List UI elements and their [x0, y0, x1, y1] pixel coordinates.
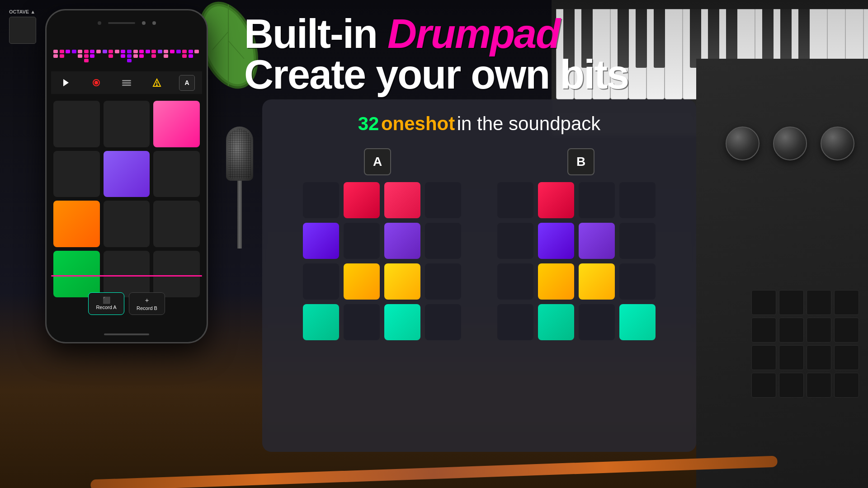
pad-b-7[interactable]	[579, 223, 615, 259]
pad-a-15[interactable]	[384, 304, 420, 340]
pad-b-8[interactable]	[619, 223, 656, 259]
pad-a-2[interactable]	[344, 182, 380, 218]
phone-pad-orange[interactable]	[53, 201, 100, 247]
section-a-button[interactable]: A	[179, 75, 195, 91]
section-spacer	[470, 182, 488, 340]
subtitle-rest: in the soundpack	[457, 113, 601, 134]
pad-a-5[interactable]	[303, 223, 339, 259]
led-equalizer	[51, 33, 202, 65]
pad-a-4[interactable]	[425, 182, 461, 218]
pad-a-7[interactable]	[384, 223, 420, 259]
pad-a-9[interactable]	[303, 263, 339, 300]
pad-b-12[interactable]	[619, 263, 656, 300]
phone-pad-purple[interactable]	[104, 151, 150, 197]
hw-pad[interactable]	[751, 373, 776, 398]
phone-screen: A	[47, 10, 207, 342]
knob-item	[773, 127, 807, 160]
pad-b-2[interactable]	[538, 182, 574, 218]
pad-b-14[interactable]	[538, 304, 574, 340]
pad-a-10[interactable]	[344, 263, 380, 300]
hw-pad[interactable]	[779, 290, 804, 315]
pad-a-1[interactable]	[303, 182, 339, 218]
pad-a-11[interactable]	[384, 263, 420, 300]
octave-label: OCTAVE ▲	[9, 9, 36, 14]
record-settings-button[interactable]	[89, 75, 104, 91]
mic-stand	[237, 181, 242, 249]
pad-b-16[interactable]	[619, 304, 656, 340]
hardware-knob[interactable]	[726, 127, 760, 160]
hardware-knob[interactable]	[821, 127, 854, 160]
section-labels: A B	[276, 148, 683, 175]
pad-a-13[interactable]	[303, 304, 339, 340]
pad-b-5[interactable]	[497, 223, 533, 259]
status-dot	[98, 21, 101, 25]
oneshot-label: oneshot	[381, 113, 455, 134]
warning-button[interactable]	[149, 75, 165, 91]
phone-frame: A	[45, 9, 208, 343]
phone-pad[interactable]	[104, 251, 150, 297]
phone-pad[interactable]	[104, 201, 150, 247]
phone-pad-green[interactable]	[53, 251, 100, 297]
pad-a-3[interactable]	[384, 182, 420, 218]
octave-box[interactable]	[9, 17, 36, 44]
phone-pad[interactable]	[153, 251, 200, 297]
knob-item	[821, 127, 854, 160]
pad-b-10[interactable]	[538, 263, 574, 300]
phone-progress-bar	[51, 275, 202, 277]
phone-pad[interactable]	[53, 151, 100, 197]
pad-a-6[interactable]	[344, 223, 380, 259]
phone-pad[interactable]	[104, 101, 150, 147]
knob-item	[726, 127, 760, 160]
play-button[interactable]	[58, 75, 74, 91]
record-a-button[interactable]: ⬛ Record A	[88, 292, 124, 315]
hw-pad[interactable]	[751, 290, 776, 315]
phone-pad[interactable]	[153, 201, 200, 247]
svg-marker-6	[63, 79, 69, 86]
pad-a-14[interactable]	[344, 304, 380, 340]
hw-pad[interactable]	[807, 345, 831, 370]
phone-record-buttons: ⬛ Record A ＋ Record B	[51, 292, 202, 315]
mic-body	[226, 127, 253, 181]
hw-pad[interactable]	[834, 373, 859, 398]
headline-line2: Create your own bits	[244, 54, 665, 95]
record-b-button[interactable]: ＋ Record B	[129, 292, 165, 315]
phone-toolbar: A	[51, 71, 202, 94]
phone-status-bar	[47, 10, 207, 31]
hardware-knob[interactable]	[773, 127, 807, 160]
phone-pad[interactable]	[53, 101, 100, 147]
hw-pad[interactable]	[834, 345, 859, 370]
pad-a-12[interactable]	[425, 263, 461, 300]
hw-pad[interactable]	[807, 373, 831, 398]
pad-b-4[interactable]	[619, 182, 656, 218]
record-a-icon: ⬛	[95, 296, 117, 304]
section-b-label: B	[567, 148, 594, 175]
mic-dot	[152, 21, 156, 25]
pad-b-1[interactable]	[497, 182, 533, 218]
phone-pad-grid	[51, 99, 202, 300]
hw-pad[interactable]	[834, 290, 859, 315]
pad-a-16[interactable]	[425, 304, 461, 340]
hw-pad[interactable]	[807, 318, 831, 343]
headline-accent: Drumpad	[387, 11, 560, 56]
pad-b-13[interactable]	[497, 304, 533, 340]
pad-b-3[interactable]	[579, 182, 615, 218]
record-b-label: Record B	[136, 305, 158, 311]
camera-dot	[142, 21, 146, 25]
hw-pad[interactable]	[751, 345, 776, 370]
hw-pad[interactable]	[779, 373, 804, 398]
pad-b-15[interactable]	[579, 304, 615, 340]
pad-b-9[interactable]	[497, 263, 533, 300]
phone-pad-pink[interactable]	[153, 101, 200, 147]
pad-a-8[interactable]	[425, 223, 461, 259]
hw-pad[interactable]	[779, 318, 804, 343]
pad-b-11[interactable]	[579, 263, 615, 300]
pad-b-6[interactable]	[538, 223, 574, 259]
hw-pad[interactable]	[834, 318, 859, 343]
piano-key-white	[665, 9, 683, 99]
hw-pad[interactable]	[807, 290, 831, 315]
phone-pad[interactable]	[153, 151, 200, 197]
record-b-icon: ＋	[136, 296, 158, 305]
hw-pad[interactable]	[751, 318, 776, 343]
menu-button[interactable]	[118, 75, 134, 91]
hw-pad[interactable]	[779, 345, 804, 370]
